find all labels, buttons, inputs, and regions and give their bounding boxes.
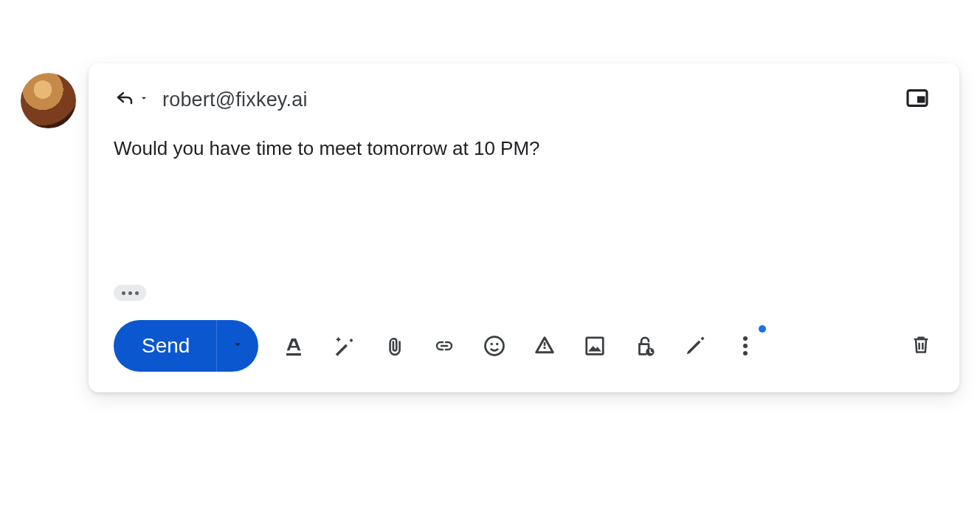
ink-pen-icon: [684, 335, 706, 357]
send-button[interactable]: Send: [114, 320, 217, 372]
avatar: [21, 73, 76, 128]
ellipsis-icon: [135, 291, 139, 295]
ellipsis-icon: [128, 291, 132, 295]
svg-rect-2: [286, 353, 301, 355]
more-options-button[interactable]: [732, 333, 759, 359]
drive-icon: [534, 335, 556, 357]
popout-button[interactable]: [903, 86, 931, 114]
svg-point-12: [743, 351, 748, 355]
svg-rect-1: [917, 96, 925, 103]
svg-point-3: [486, 337, 504, 355]
svg-point-10: [743, 336, 748, 341]
emoji-icon: [483, 335, 505, 357]
chevron-down-icon: [139, 93, 149, 106]
attach-button[interactable]: [381, 333, 407, 359]
compose-footer: Send: [89, 314, 959, 392]
compose-body[interactable]: Would you have time to meet tomorrow at …: [89, 118, 959, 285]
ellipsis-icon: [122, 291, 125, 295]
reply-type-button[interactable]: [114, 89, 149, 110]
show-trimmed-content-button[interactable]: [114, 285, 146, 301]
signature-button[interactable]: [682, 333, 708, 359]
format-toolbar: [280, 333, 759, 359]
recipient-field[interactable]: robert@fixkey.ai: [162, 88, 308, 111]
insert-link-button[interactable]: [431, 333, 458, 359]
more-vert-icon: [742, 335, 749, 357]
attach-icon: [384, 334, 404, 358]
svg-rect-7: [544, 342, 546, 346]
notification-dot: [759, 325, 766, 333]
send-options-button[interactable]: [217, 320, 258, 372]
discard-draft-button[interactable]: [908, 333, 934, 359]
ai-compose-button[interactable]: [331, 333, 357, 359]
emoji-button[interactable]: [481, 333, 508, 359]
insert-image-button[interactable]: [582, 333, 608, 359]
svg-point-4: [491, 343, 494, 346]
image-icon: [584, 335, 606, 357]
trash-icon: [911, 333, 931, 359]
svg-point-11: [743, 344, 748, 348]
popout-icon: [905, 88, 929, 111]
text-format-icon: [283, 334, 305, 358]
confidential-button[interactable]: [632, 333, 658, 359]
drive-button[interactable]: [531, 333, 558, 359]
magic-pen-icon: [333, 335, 355, 357]
svg-point-6: [544, 347, 546, 349]
compose-card: robert@fixkey.ai Would you have time to …: [89, 63, 959, 392]
link-icon: [432, 337, 457, 355]
formatting-button[interactable]: [280, 333, 307, 359]
svg-rect-8: [587, 338, 604, 355]
reply-icon: [114, 89, 136, 110]
svg-point-5: [496, 343, 499, 346]
send-split-button: Send: [114, 320, 258, 372]
compose-header: robert@fixkey.ai: [89, 63, 959, 118]
chevron-down-icon: [231, 338, 244, 354]
lock-clock-icon: [634, 334, 656, 358]
